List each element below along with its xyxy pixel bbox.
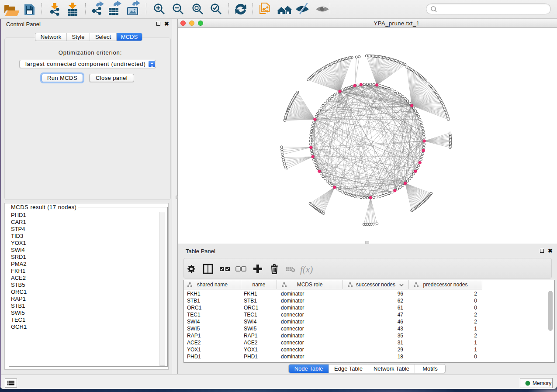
svg-text:f(x): f(x) bbox=[300, 264, 313, 275]
